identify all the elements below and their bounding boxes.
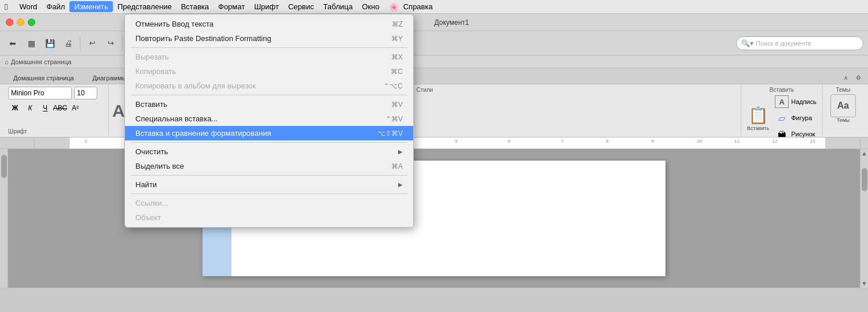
menu-links[interactable]: Ссылки... <box>125 196 413 210</box>
menubar-view[interactable]: Представление <box>113 1 176 12</box>
shape-label: Фигура <box>791 114 812 121</box>
menu-sep2 <box>131 95 407 95</box>
menubar-window[interactable]: Окно <box>357 1 384 12</box>
menu-clear-arrow: ▶ <box>398 148 403 155</box>
scroll-down-btn[interactable]: ▼ <box>862 280 867 287</box>
bold-button[interactable]: Ж <box>8 102 22 114</box>
ruler-left-margin <box>0 138 35 148</box>
insert-group-label: Вставить <box>746 87 818 93</box>
paste-label: Вставить <box>747 125 769 131</box>
menu-pastecompare-shortcut: ⌥⇧⌘V <box>377 129 403 138</box>
toolbar-grid-btn[interactable]: ▦ <box>23 35 39 51</box>
minimize-button[interactable] <box>17 18 24 26</box>
menubar-word[interactable]: Word <box>14 1 42 12</box>
menu-clear[interactable]: Очистить ▶ <box>125 144 413 159</box>
toolbar-sep1 <box>80 36 80 50</box>
text-label: Надпись <box>791 98 816 105</box>
ribbon-collapse-btn[interactable]: ∧ <box>840 72 851 83</box>
toolbar-back-btn[interactable]: ⬅ <box>5 35 21 51</box>
menubar-help[interactable]: Справка <box>399 1 437 12</box>
toolbar-save-btn[interactable]: 💾 <box>42 35 58 51</box>
menu-sep1 <box>131 47 407 48</box>
menu-cut[interactable]: Вырезать ⌘X <box>125 50 413 64</box>
text-box-btn[interactable]: A Надпись <box>774 94 818 109</box>
menubar-font[interactable]: Шрифт <box>249 1 284 12</box>
font-format-row: Ж К Ч АВС А² <box>8 102 105 114</box>
search-box[interactable]: 🔍▾ Поиск в документе <box>736 36 863 50</box>
menu-undo[interactable]: Отменить Ввод текста ⌘Z <box>125 17 413 31</box>
menu-sep3 <box>131 142 407 143</box>
menu-copyalbum-label: Копировать в альбом для вырезок <box>135 81 384 90</box>
menu-clear-label: Очистить <box>135 147 393 156</box>
scroll-up-btn[interactable]: ▲ <box>862 150 867 157</box>
apple-menu[interactable]:  <box>5 2 8 12</box>
maximize-button[interactable] <box>28 18 35 26</box>
strikethrough-button[interactable]: АВС <box>53 102 67 114</box>
toolbar-undo-btn[interactable]: ↩ <box>84 35 100 51</box>
menubar-table[interactable]: Таблица <box>319 1 358 12</box>
breadcrumb-label: Домашняя страница <box>11 58 72 65</box>
menu-copy[interactable]: Копировать ⌘C <box>125 64 413 79</box>
insert-row: 📋 Вставить A Надпись ▱ Фигура 🏔 Рисунок <box>746 94 818 142</box>
menu-pastespec-shortcut: ⌃⌘V <box>385 115 403 123</box>
shape-icon: ▱ <box>775 112 789 124</box>
ribbon-font-value: Minion Pro <box>11 89 44 97</box>
ribbon-font-name[interactable]: Minion Pro <box>8 87 72 99</box>
toolbar-print-btn[interactable]: 🖨 <box>60 35 76 51</box>
toolbar-redo-btn[interactable]: ↪ <box>102 35 119 51</box>
menubar-file[interactable]: Файл <box>42 1 69 12</box>
menu-links-label: Ссылки... <box>135 199 403 207</box>
ribbon-themes-group: Темы Aa Темы <box>823 84 863 137</box>
font-name-row: Minion Pro 10 <box>8 87 105 99</box>
menubar-edit[interactable]: Изменить <box>69 1 113 12</box>
menu-find-label: Найти <box>135 180 393 189</box>
menu-pastecompare[interactable]: Вставка и сравнение форматирования ⌥⇧⌘V <box>125 126 413 140</box>
italic-button[interactable]: К <box>23 102 37 114</box>
text-icon: A <box>775 95 789 108</box>
toolbar-sep2 <box>122 36 123 50</box>
ribbon-font-size-value: 10 <box>77 89 84 97</box>
scrollbar-right[interactable]: ▲ ▼ <box>860 149 868 288</box>
menu-object-label: Объект <box>135 213 403 222</box>
picture-label: Рисунок <box>791 131 815 138</box>
menu-redo-shortcut: ⌘Y <box>391 35 403 43</box>
themes-btn[interactable]: Aa Темы <box>827 94 859 123</box>
menubar-service[interactable]: Сервис <box>284 1 319 12</box>
menu-copyalbum-shortcut: ⌃⌥C <box>384 82 403 90</box>
menu-copy-shortcut: ⌘C <box>391 68 403 76</box>
home-icon: ⌂ <box>5 58 9 65</box>
menu-pastespec[interactable]: Специальная вставка... ⌃⌘V <box>125 112 413 126</box>
scroll-thumb[interactable] <box>862 168 867 191</box>
menu-paste[interactable]: Вставить ⌘V <box>125 97 413 112</box>
shape-btn[interactable]: ▱ Фигура <box>774 110 818 125</box>
ribbon-insert-group: Вставить 📋 Вставить A Надпись ▱ Фигура 🏔 <box>741 84 823 137</box>
mac-menubar:  Word Файл Изменить Представление Встав… <box>0 0 868 14</box>
tab-home[interactable]: Домашняя страница <box>5 72 83 84</box>
menu-copy-label: Копировать <box>135 67 391 76</box>
search-icon: 🔍▾ <box>741 39 753 47</box>
menu-object[interactable]: Объект <box>125 210 413 225</box>
menu-redo[interactable]: Повторить Paste Destination Formatting ⌘… <box>125 31 413 46</box>
scrollbar-left[interactable] <box>0 149 8 288</box>
dropdown-menu: Отменить Ввод текста ⌘Z Повторить Paste … <box>124 14 414 228</box>
font-group-label: Шрифт <box>8 127 105 135</box>
menu-find[interactable]: Найти ▶ <box>125 177 413 192</box>
menu-undo-label: Отменить Ввод текста <box>135 20 392 28</box>
paste-large-btn[interactable]: 📋 Вставить <box>746 103 770 132</box>
ribbon-controls: ∧ ⚙ <box>840 72 863 84</box>
menu-paste-label: Вставить <box>135 100 391 109</box>
scroll-thumb-left[interactable] <box>1 155 7 178</box>
menu-find-arrow: ▶ <box>398 181 403 188</box>
close-button[interactable] <box>6 18 13 26</box>
menubar-insert[interactable]: Вставка <box>176 1 214 12</box>
menu-selectall[interactable]: Выделить все ⌘A <box>125 159 413 173</box>
traffic-lights <box>6 18 35 26</box>
superscript-button[interactable]: А² <box>68 102 82 114</box>
themes-group-label: Темы <box>827 87 859 93</box>
ribbon-settings-btn[interactable]: ⚙ <box>853 72 863 83</box>
ribbon-font-size[interactable]: 10 <box>74 87 97 99</box>
menu-selectall-label: Выделить все <box>135 162 391 170</box>
menu-copyalbum[interactable]: Копировать в альбом для вырезок ⌃⌥C <box>125 79 413 93</box>
menubar-format[interactable]: Формат <box>214 1 249 12</box>
underline-button[interactable]: Ч <box>38 102 52 114</box>
